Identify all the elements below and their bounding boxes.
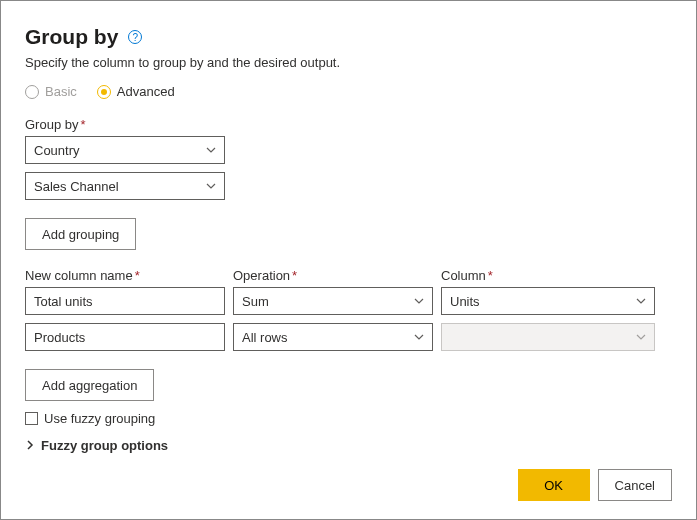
add-grouping-button[interactable]: Add grouping xyxy=(25,218,136,250)
chevron-down-icon xyxy=(636,296,646,306)
select-value: Sales Channel xyxy=(34,179,119,194)
fuzzy-checkbox-label: Use fuzzy grouping xyxy=(44,411,155,426)
select-value: Units xyxy=(450,294,480,309)
chevron-down-icon xyxy=(414,296,424,306)
add-aggregation-button[interactable]: Add aggregation xyxy=(25,369,154,401)
mode-radio-group: Basic Advanced xyxy=(25,84,672,99)
column-header: Column* xyxy=(441,268,655,283)
groupby-label: Group by* xyxy=(25,117,672,132)
chevron-down-icon xyxy=(206,145,216,155)
agg-column-select-0[interactable]: Units xyxy=(441,287,655,315)
agg-name-input-0[interactable]: Total units xyxy=(25,287,225,315)
input-value: Products xyxy=(34,330,85,345)
chevron-down-icon xyxy=(414,332,424,342)
fuzzy-options-expander[interactable]: Fuzzy group options xyxy=(25,438,672,453)
radio-icon xyxy=(97,85,111,99)
radio-icon xyxy=(25,85,39,99)
agg-column-select-1 xyxy=(441,323,655,351)
chevron-down-icon xyxy=(636,332,646,342)
mode-basic-label: Basic xyxy=(45,84,77,99)
groupby-column-select-1[interactable]: Sales Channel xyxy=(25,172,225,200)
mode-basic-radio[interactable]: Basic xyxy=(25,84,77,99)
agg-operation-select-0[interactable]: Sum xyxy=(233,287,433,315)
required-marker: * xyxy=(80,117,85,132)
name-header: New column name* xyxy=(25,268,225,283)
mode-advanced-radio[interactable]: Advanced xyxy=(97,84,175,99)
select-value: Sum xyxy=(242,294,269,309)
chevron-right-icon xyxy=(25,438,35,453)
select-value: Country xyxy=(34,143,80,158)
dialog-subtitle: Specify the column to group by and the d… xyxy=(25,55,672,70)
checkbox-icon xyxy=(25,412,38,425)
select-value: All rows xyxy=(242,330,288,345)
ok-button[interactable]: OK xyxy=(518,469,590,501)
dialog-title: Group by xyxy=(25,25,118,49)
fuzzy-options-label: Fuzzy group options xyxy=(41,438,168,453)
chevron-down-icon xyxy=(206,181,216,191)
group-by-dialog: Group by ? Specify the column to group b… xyxy=(0,0,697,520)
mode-advanced-label: Advanced xyxy=(117,84,175,99)
dialog-footer: OK Cancel xyxy=(518,469,672,501)
agg-name-input-1[interactable]: Products xyxy=(25,323,225,351)
fuzzy-checkbox[interactable]: Use fuzzy grouping xyxy=(25,411,672,426)
help-icon[interactable]: ? xyxy=(128,30,142,44)
groupby-column-select-0[interactable]: Country xyxy=(25,136,225,164)
input-value: Total units xyxy=(34,294,93,309)
agg-operation-select-1[interactable]: All rows xyxy=(233,323,433,351)
cancel-button[interactable]: Cancel xyxy=(598,469,672,501)
operation-header: Operation* xyxy=(233,268,433,283)
